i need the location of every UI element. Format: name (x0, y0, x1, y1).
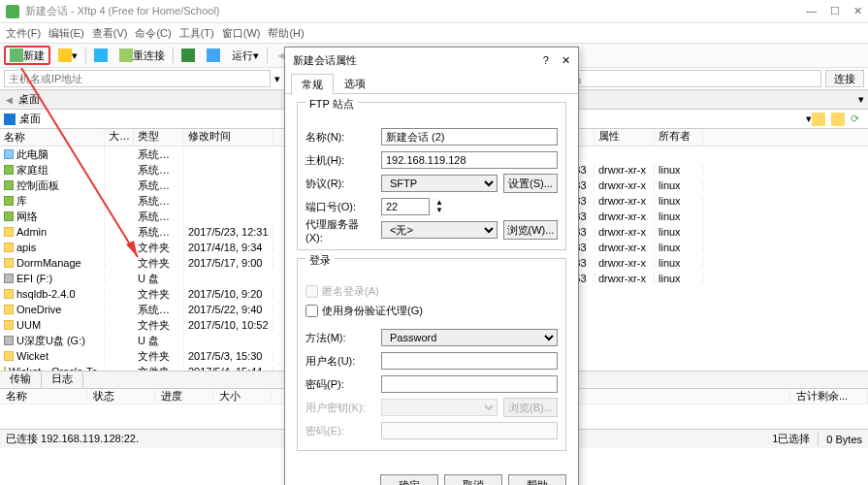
ok-button[interactable]: 确定 (380, 474, 438, 485)
file-date: 2017/5/22, 9:40 (184, 304, 273, 315)
spinner-icon[interactable]: ▲▼ (435, 199, 443, 214)
host-label: 主机(H): (305, 153, 375, 168)
file-name: Wicket---Oracle-Te... (9, 366, 105, 371)
password-label: 密码(P): (305, 377, 375, 392)
tab-transfer[interactable]: 传输 (0, 372, 42, 388)
file-owner: linux (655, 226, 703, 238)
file-attr: drwxr-xr-x (595, 179, 655, 191)
new-label: 新建 (23, 48, 45, 63)
refresh-icon[interactable]: ⟳ (851, 113, 864, 126)
file-attr: drwxr-xr-x (595, 226, 655, 238)
link-button[interactable] (90, 46, 112, 65)
file-icon (4, 320, 14, 330)
tab-log[interactable]: 日志 (42, 372, 83, 388)
dialog-title: 新建会话属性 (293, 53, 533, 68)
file-date: 2017/4/18, 9:34 (184, 242, 273, 253)
connect-button[interactable]: 连接 (825, 70, 864, 87)
file-name: Admin (16, 226, 47, 238)
col-owner[interactable]: 所有者 (655, 129, 703, 146)
anonymous-checkbox[interactable] (305, 285, 318, 298)
xcol-size[interactable]: 大小 (213, 389, 272, 404)
tab-options[interactable]: 选项 (334, 73, 376, 93)
browse-proxy-button[interactable]: 浏览(W)... (503, 220, 558, 240)
ftp-legend: FTP 站点 (305, 97, 358, 112)
new-session-button[interactable]: 新建 (4, 46, 50, 65)
file-icon (4, 274, 14, 283)
name-input[interactable] (381, 128, 558, 146)
file-attr: drwxr-xr-x (595, 210, 655, 222)
tab-general[interactable]: 常规 (291, 74, 334, 94)
options-icon[interactable]: ▾ (858, 93, 864, 106)
file-attr: drwxr-xr-x (595, 195, 655, 207)
dialog-close-button[interactable]: ✕ (562, 54, 570, 66)
password-input[interactable] (555, 70, 821, 87)
menu-command[interactable]: 命令(C) (135, 26, 171, 41)
menu-tools[interactable]: 工具(T) (179, 26, 214, 41)
new-window-icon (10, 48, 23, 62)
file-date: 2017/5/3, 15:30 (184, 350, 273, 362)
auth-agent-checkbox[interactable] (305, 305, 318, 317)
anonymous-label: 匿名登录(A) (322, 284, 379, 299)
proxy-select[interactable]: <无> (381, 221, 498, 239)
keypass-input (381, 422, 558, 439)
window-button[interactable] (203, 46, 224, 65)
setup-button[interactable]: 设置(S)... (503, 174, 558, 193)
xcol-remaining[interactable]: 古计剩余... (790, 389, 868, 404)
help-icon[interactable]: ? (543, 54, 549, 66)
file-type: 系统文件夹 (134, 210, 184, 224)
dropdown-icon[interactable]: ▾ (274, 73, 280, 85)
col-size[interactable]: 大小 (105, 129, 134, 146)
maximize-button[interactable]: ☐ (830, 5, 840, 17)
cancel-button[interactable]: 取消 (444, 474, 502, 485)
port-input[interactable] (381, 198, 430, 215)
terminal-button[interactable] (177, 46, 199, 65)
file-type: 文件夹 (134, 349, 184, 364)
file-type: 文件夹 (134, 365, 184, 372)
username-input[interactable] (381, 352, 558, 370)
menu-window[interactable]: 窗口(W) (222, 26, 261, 41)
xcol-name[interactable]: 名称 (0, 389, 87, 404)
file-icon (4, 211, 14, 221)
file-icon (4, 367, 6, 371)
protocol-select[interactable]: SFTP (381, 175, 498, 192)
help-button[interactable]: 帮助 (508, 474, 566, 485)
file-type: U 盘 (134, 334, 184, 348)
minimize-button[interactable]: — (806, 5, 817, 17)
col-type[interactable]: 类型 (134, 129, 184, 146)
host-input[interactable] (4, 70, 271, 87)
file-icon (4, 351, 14, 361)
up-folder-icon[interactable] (812, 113, 825, 126)
menu-help[interactable]: 帮助(H) (268, 26, 304, 41)
link-icon (94, 48, 108, 62)
file-type: 系统文件夹 (134, 303, 184, 317)
host-input[interactable] (381, 151, 558, 169)
new-folder-icon[interactable] (831, 113, 845, 126)
file-icon (4, 336, 14, 345)
file-name: 网络 (16, 210, 38, 224)
col-date[interactable]: 修改时间 (184, 129, 273, 146)
file-icon (4, 196, 14, 206)
menu-view[interactable]: 查看(V) (92, 26, 128, 41)
file-name: U深度U盘 (G:) (16, 334, 85, 348)
file-attr: drwxr-xr-x (595, 242, 655, 253)
run-button[interactable]: 运行▾ (228, 46, 263, 65)
file-type: 系统文件夹 (134, 225, 184, 240)
close-button[interactable]: ✕ (853, 5, 862, 17)
col-attr[interactable]: 属性 (595, 129, 655, 146)
userkey-select (381, 399, 498, 416)
reconnect-button[interactable]: 重连接 (115, 46, 169, 65)
local-tab[interactable]: 桌面 (18, 92, 40, 107)
xcol-status[interactable]: 状态 (87, 389, 155, 404)
proxy-label: 代理服务器(X): (305, 217, 375, 243)
password-input[interactable] (381, 375, 558, 393)
method-select[interactable]: Password (381, 329, 558, 346)
menu-edit[interactable]: 编辑(E) (48, 26, 84, 41)
col-name[interactable]: 名称 (0, 129, 105, 146)
file-type: 系统文件夹 (134, 194, 184, 209)
method-label: 方法(M): (305, 331, 375, 345)
ftp-site-fieldset: FTP 站点 名称(N): 主机(H): 协议(R): SFTP 设置(S)..… (297, 102, 566, 250)
open-button[interactable]: ▾ (54, 46, 81, 65)
menu-file[interactable]: 文件(F) (6, 26, 41, 41)
file-name: 此电脑 (16, 147, 48, 162)
xcol-progress[interactable]: 进度 (155, 389, 213, 404)
